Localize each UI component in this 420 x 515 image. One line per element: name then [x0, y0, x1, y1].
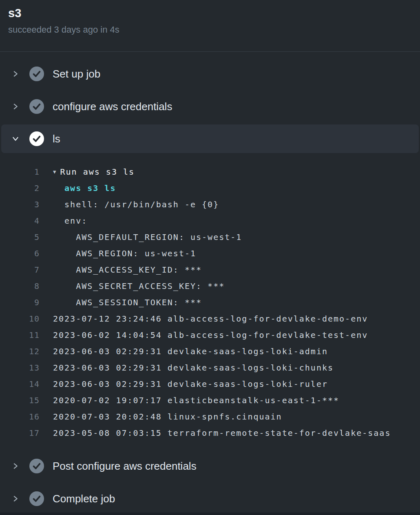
log-line-text: shell: /usr/bin/bash -e {0}	[53, 200, 219, 209]
chevron-down-icon	[11, 133, 20, 144]
check-circle-icon	[29, 67, 44, 81]
log-line: 5 AWS_DEFAULT_REGION: us-west-1	[0, 229, 420, 245]
log-line-text: 2023-06-03 02:29:31 devlake-saas-logs-lo…	[53, 363, 334, 373]
step-set-up-job[interactable]: Set up job	[0, 58, 420, 90]
log-line-text: 2023-06-02 14:04:54 alb-access-log-for-d…	[53, 330, 368, 340]
log-line: 12 2023-06-03 02:29:31 devlake-saas-logs…	[0, 343, 420, 360]
log-output: 1 ▾Run aws s3 ls 2 aws s3 ls 3 shell: /u…	[0, 153, 420, 450]
log-line: 4 env:	[0, 213, 420, 229]
chevron-right-icon	[11, 461, 20, 471]
step-list: Set up job configure aws credentials ls …	[0, 52, 420, 515]
log-line: 17 2023-05-08 07:03:15 terraform-remote-…	[0, 425, 420, 441]
log-line: 1 ▾Run aws s3 ls	[0, 164, 420, 180]
log-line-text: AWS_REGION: us-west-1	[53, 249, 196, 258]
log-line-number[interactable]: 15	[0, 395, 40, 405]
actions-job-log-panel: s3 succeeded 3 days ago in 4s Set up job…	[0, 0, 420, 515]
log-line-text: aws s3 ls	[53, 183, 116, 193]
step-label: Post configure aws credentials	[53, 460, 197, 473]
step-configure-aws-credentials[interactable]: configure aws credentials	[0, 90, 420, 123]
job-title: s3	[8, 5, 412, 21]
log-line-number[interactable]: 2	[0, 183, 40, 193]
log-line: 14 2023-06-03 02:29:31 devlake-saas-logs…	[0, 376, 420, 392]
step-complete-job[interactable]: Complete job	[0, 482, 420, 515]
log-line-number[interactable]: 5	[0, 232, 40, 242]
job-status-line: succeeded 3 days ago in 4s	[8, 24, 412, 36]
log-line-text: AWS_DEFAULT_REGION: us-west-1	[53, 232, 242, 242]
log-line-text: 2020-07-02 19:07:17 elasticbeanstalk-us-…	[53, 395, 339, 405]
log-line-number[interactable]: 12	[0, 346, 40, 356]
log-line-text: AWS_SESSION_TOKEN: ***	[53, 297, 202, 307]
check-circle-icon	[29, 131, 44, 146]
chevron-right-icon	[11, 493, 20, 504]
step-label: Set up job	[53, 67, 100, 80]
log-line: 11 2023-06-02 14:04:54 alb-access-log-fo…	[0, 327, 420, 343]
log-group-toggle-icon[interactable]: ▾	[53, 168, 56, 175]
log-line-number[interactable]: 6	[0, 249, 40, 258]
log-line-text: 2020-07-03 20:02:48 linux-spnfs.cinquain	[53, 412, 282, 422]
step-post-configure-aws-credentials[interactable]: Post configure aws credentials	[0, 450, 420, 482]
log-line-number[interactable]: 1	[0, 167, 40, 177]
log-line-text: 2023-05-08 07:03:15 terraform-remote-sta…	[53, 428, 391, 438]
log-line: 2 aws s3 ls	[0, 180, 420, 196]
log-line-text: AWS_SECRET_ACCESS_KEY: ***	[53, 281, 225, 291]
log-line: 10 2023-07-12 23:24:46 alb-access-log-fo…	[0, 311, 420, 327]
step-label: Complete job	[53, 492, 115, 505]
log-line-number[interactable]: 13	[0, 363, 40, 373]
log-line-text: AWS_ACCESS_KEY_ID: ***	[53, 265, 202, 275]
log-line: 16 2020-07-03 20:02:48 linux-spnfs.cinqu…	[0, 408, 420, 425]
log-line: 6 AWS_REGION: us-west-1	[0, 245, 420, 262]
log-line-number[interactable]: 10	[0, 314, 40, 324]
log-line: 13 2023-06-03 02:29:31 devlake-saas-logs…	[0, 360, 420, 376]
log-line: 8 AWS_SECRET_ACCESS_KEY: ***	[0, 278, 420, 294]
log-line-text: ▾Run aws s3 ls	[53, 167, 135, 177]
log-line: 3 shell: /usr/bin/bash -e {0}	[0, 196, 420, 213]
log-line-number[interactable]: 9	[0, 297, 40, 307]
check-circle-icon	[29, 491, 44, 506]
chevron-right-icon	[11, 69, 20, 79]
log-line-number[interactable]: 17	[0, 428, 40, 438]
job-header: s3 succeeded 3 days ago in 4s	[0, 0, 420, 52]
log-line: 7 AWS_ACCESS_KEY_ID: ***	[0, 262, 420, 278]
log-line-number[interactable]: 7	[0, 265, 40, 275]
step-ls[interactable]: ls	[1, 124, 419, 153]
log-line-text: 2023-06-03 02:29:31 devlake-saas-logs-lo…	[53, 379, 328, 389]
log-line-number[interactable]: 4	[0, 216, 40, 226]
log-line-number[interactable]: 11	[0, 330, 40, 340]
log-line-number[interactable]: 3	[0, 200, 40, 209]
bottom-edge-strip	[0, 513, 420, 515]
check-circle-icon	[29, 459, 44, 473]
log-line: 15 2020-07-02 19:07:17 elasticbeanstalk-…	[0, 392, 420, 408]
log-line: 9 AWS_SESSION_TOKEN: ***	[0, 294, 420, 311]
chevron-right-icon	[11, 101, 20, 112]
log-line-text: env:	[53, 216, 87, 226]
log-line-number[interactable]: 14	[0, 379, 40, 389]
log-line-number[interactable]: 16	[0, 412, 40, 422]
step-label: configure aws credentials	[53, 100, 172, 113]
step-label: ls	[53, 132, 60, 145]
log-line-text: 2023-07-12 23:24:46 alb-access-log-for-d…	[53, 314, 368, 324]
check-circle-icon	[29, 99, 44, 114]
log-line-number[interactable]: 8	[0, 281, 40, 291]
log-line-text: 2023-06-03 02:29:31 devlake-saas-logs-lo…	[53, 346, 328, 356]
